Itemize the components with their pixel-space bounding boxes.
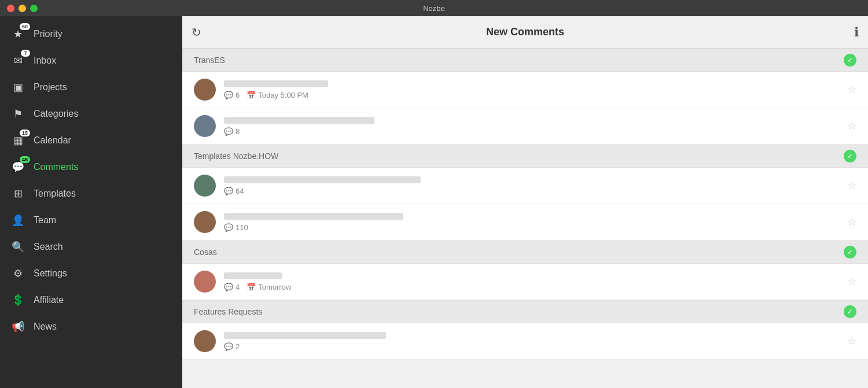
task-title bbox=[224, 117, 374, 124]
list-item[interactable]: 💬 6📅 Today 5:00 PM☆ bbox=[182, 72, 868, 108]
task-meta: 💬 6📅 Today 5:00 PM bbox=[224, 91, 839, 99]
star-button[interactable]: ☆ bbox=[847, 120, 856, 132]
sidebar-item-comments[interactable]: 💬48Comments bbox=[0, 154, 182, 180]
star-button[interactable]: ☆ bbox=[847, 335, 856, 348]
list-item[interactable]: 💬 64☆ bbox=[182, 168, 868, 204]
list-item[interactable]: 💬 110☆ bbox=[182, 204, 868, 241]
comment-count: 4 bbox=[236, 283, 240, 291]
section-header-templatesNozbe: Templates Nozbe.HOW✓ bbox=[182, 145, 868, 168]
priority-badge: 50 bbox=[20, 23, 30, 30]
calendar-icon: ▦15 bbox=[10, 133, 25, 148]
task-meta: 💬 8 bbox=[224, 127, 839, 136]
section-check-cosas[interactable]: ✓ bbox=[844, 246, 856, 258]
search-label: Search bbox=[34, 242, 63, 252]
star-button[interactable]: ☆ bbox=[847, 179, 856, 192]
sidebar-item-news[interactable]: 📢News bbox=[0, 313, 182, 340]
comments-label: Comments bbox=[34, 162, 78, 172]
settings-label: Settings bbox=[34, 268, 67, 279]
team-label: Team bbox=[34, 215, 56, 226]
sidebar-item-affiliate[interactable]: 💲Affiliate bbox=[0, 287, 182, 313]
comment-icon: 💬 bbox=[224, 187, 233, 195]
sidebar-item-search[interactable]: 🔍Search bbox=[0, 234, 182, 260]
avatar bbox=[194, 79, 216, 101]
sidebar-item-team[interactable]: 👤Team bbox=[0, 207, 182, 234]
task-meta: 💬 110 bbox=[224, 223, 839, 232]
task-title bbox=[224, 176, 421, 183]
list-item[interactable]: 💬 8☆ bbox=[182, 108, 868, 145]
list-item[interactable]: 💬 2☆ bbox=[182, 323, 868, 360]
window-controls bbox=[7, 5, 38, 12]
task-info: 💬 4📅 Tomorrow bbox=[224, 272, 839, 291]
task-due: 📅 Today 5:00 PM bbox=[247, 91, 308, 99]
sidebar: ★50Priority✉7Inbox▣Projects⚑Categories▦1… bbox=[0, 16, 182, 388]
star-button[interactable]: ☆ bbox=[847, 83, 856, 96]
section-title-templatesNozbe: Templates Nozbe.HOW bbox=[194, 151, 278, 161]
comments-icon: 💬48 bbox=[10, 160, 25, 175]
section-check-templatesNozbe[interactable]: ✓ bbox=[844, 150, 856, 162]
task-info: 💬 110 bbox=[224, 213, 839, 232]
task-meta: 💬 2 bbox=[224, 342, 839, 351]
news-icon: 📢 bbox=[10, 319, 25, 334]
task-info: 💬 6📅 Today 5:00 PM bbox=[224, 80, 839, 99]
maximize-button[interactable] bbox=[30, 5, 38, 12]
info-button[interactable]: ℹ bbox=[854, 25, 859, 40]
categories-icon: ⚑ bbox=[10, 106, 25, 121]
avatar bbox=[194, 330, 216, 352]
affiliate-icon: 💲 bbox=[10, 293, 25, 308]
section-title-cosas: Cosas bbox=[194, 247, 217, 257]
task-info: 💬 8 bbox=[224, 117, 839, 136]
inbox-badge: 7 bbox=[21, 50, 30, 57]
task-title bbox=[224, 80, 328, 87]
titlebar: Nozbe bbox=[0, 0, 868, 16]
star-button[interactable]: ☆ bbox=[847, 216, 856, 228]
section-title-featuresRequests: Features Requests bbox=[194, 307, 262, 316]
templates-label: Templates bbox=[34, 189, 76, 199]
sidebar-item-settings[interactable]: ⚙Settings bbox=[0, 260, 182, 287]
comment-count: 64 bbox=[236, 187, 244, 195]
task-comments: 💬 110 bbox=[224, 223, 248, 232]
task-title bbox=[224, 272, 282, 279]
calendar-icon: 📅 bbox=[247, 283, 256, 291]
section-header-transES: TransES✓ bbox=[182, 49, 868, 72]
sidebar-item-priority[interactable]: ★50Priority bbox=[0, 21, 182, 47]
page-title: New Comments bbox=[486, 26, 564, 38]
sidebar-item-projects[interactable]: ▣Projects bbox=[0, 74, 182, 101]
section-header-featuresRequests: Features Requests✓ bbox=[182, 300, 868, 323]
task-comments: 💬 6 bbox=[224, 91, 240, 99]
section-title-transES: TransES bbox=[194, 56, 225, 65]
news-label: News bbox=[34, 322, 57, 332]
minimize-button[interactable] bbox=[19, 5, 26, 12]
affiliate-label: Affiliate bbox=[34, 295, 64, 305]
sidebar-item-inbox[interactable]: ✉7Inbox bbox=[0, 47, 182, 74]
task-title bbox=[224, 213, 403, 220]
task-meta: 💬 64 bbox=[224, 187, 839, 195]
list-item[interactable]: 💬 4📅 Tomorrow☆ bbox=[182, 264, 868, 300]
task-comments: 💬 4 bbox=[224, 283, 240, 291]
task-comments: 💬 64 bbox=[224, 187, 244, 195]
comment-count: 110 bbox=[236, 223, 248, 232]
settings-icon: ⚙ bbox=[10, 266, 25, 281]
section-check-featuresRequests[interactable]: ✓ bbox=[844, 305, 856, 318]
task-comments: 💬 2 bbox=[224, 342, 240, 351]
task-info: 💬 2 bbox=[224, 332, 839, 351]
sidebar-item-calendar[interactable]: ▦15Calendar bbox=[0, 127, 182, 154]
due-date: Tomorrow bbox=[258, 283, 291, 291]
refresh-button[interactable]: ↻ bbox=[192, 25, 201, 39]
app-title: Nozbe bbox=[423, 4, 445, 13]
calendar-badge: 15 bbox=[20, 130, 30, 136]
avatar bbox=[194, 115, 216, 137]
templates-icon: ⊞ bbox=[10, 186, 25, 201]
section-check-transES[interactable]: ✓ bbox=[844, 54, 856, 66]
inbox-icon: ✉7 bbox=[10, 53, 25, 68]
close-button[interactable] bbox=[7, 5, 14, 12]
calendar-label: Calendar bbox=[34, 135, 71, 146]
main-content: ↻ New Comments ℹ TransES✓💬 6📅 Today 5:00… bbox=[182, 16, 868, 388]
sidebar-item-categories[interactable]: ⚑Categories bbox=[0, 101, 182, 127]
comment-icon: 💬 bbox=[224, 342, 233, 351]
star-button[interactable]: ☆ bbox=[847, 275, 856, 288]
sidebar-item-templates[interactable]: ⊞Templates bbox=[0, 180, 182, 207]
main-header: ↻ New Comments ℹ bbox=[182, 16, 868, 49]
search-icon: 🔍 bbox=[10, 239, 25, 254]
team-icon: 👤 bbox=[10, 213, 25, 228]
comments-badge: 48 bbox=[20, 156, 30, 163]
